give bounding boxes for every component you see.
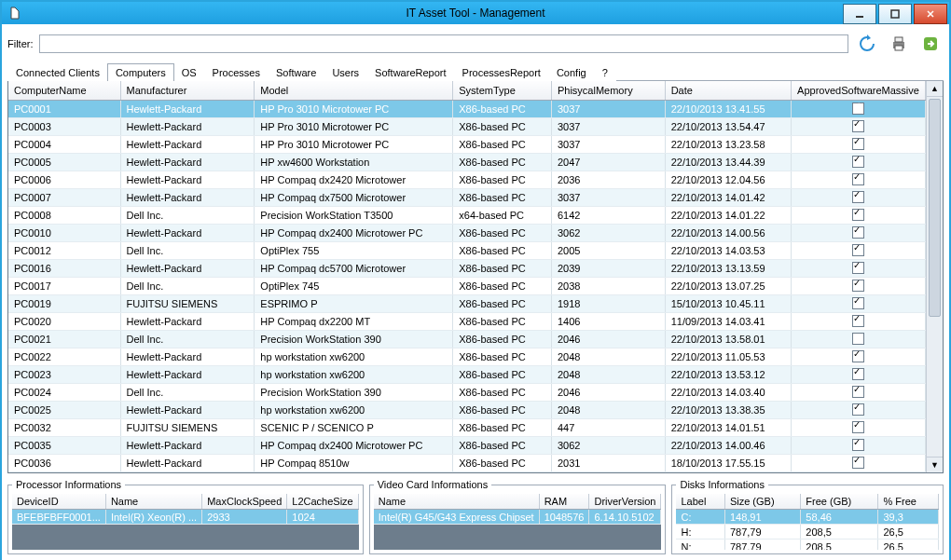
approved-checkbox[interactable] [852,102,864,115]
refresh-button[interactable] [854,31,880,57]
column-header[interactable]: Name [105,494,201,510]
approved-checkbox[interactable] [852,350,864,362]
column-header[interactable]: SystemType [453,81,552,101]
column-header[interactable]: DeviceID [12,494,105,510]
approved-checkbox[interactable] [852,457,864,469]
disks-panel: Disks Informations LabelSize (GB)Free (G… [671,479,944,554]
processor-panel: Processor Informations DeviceIDNameMaxCl… [7,479,364,554]
scroll-thumb[interactable] [929,99,941,317]
print-icon [889,34,908,53]
approved-checkbox[interactable] [852,156,864,168]
column-header[interactable]: Label [676,494,724,510]
column-header[interactable]: Size (GB) [724,494,800,510]
tab-processes[interactable]: Processes [204,63,269,81]
tab-computers[interactable]: Computers [107,63,174,81]
column-header[interactable]: Name [374,494,539,510]
table-row[interactable]: PC0021Dell Inc.Precision WorkStation 390… [8,331,926,348]
table-row[interactable]: PC0024Dell Inc.Precision WorkStation 390… [8,384,926,402]
filter-label: Filter: [7,38,34,49]
table-row[interactable]: PC0006Hewlett-PackardHP Compaq dx2420 Mi… [8,171,926,189]
video-panel-title: Video Card Informations [374,479,491,490]
refresh-icon [858,34,876,53]
svg-rect-4 [895,46,903,50]
tab-strip: Connected ClientsComputersOSProcessesSof… [7,62,944,81]
table-row[interactable]: Intel(R) G45/G43 Express Chipset10485766… [374,510,661,525]
titlebar[interactable]: IT Asset Tool - Management [2,2,949,24]
approved-checkbox[interactable] [852,297,864,309]
table-row[interactable]: PC0016Hewlett-PackardHP Compaq dc5700 Mi… [8,260,926,278]
table-row[interactable]: PC0025Hewlett-Packardhp workstation xw62… [8,402,926,419]
tab-software[interactable]: Software [268,63,324,81]
approved-checkbox[interactable] [852,386,864,398]
tab-connected-clients[interactable]: Connected Clients [7,63,108,81]
table-row[interactable]: PC0017Dell Inc.OptiPlex 745X86-based PC2… [8,278,926,295]
table-row[interactable]: PC0036Hewlett-PackardHP Compaq 8510wX86-… [8,455,926,472]
table-row[interactable]: PC0010Hewlett-PackardHP Compaq dx2400 Mi… [8,225,926,242]
svg-rect-3 [895,37,903,42]
approved-checkbox[interactable] [852,280,864,292]
approved-checkbox[interactable] [852,421,864,433]
table-row[interactable]: H:787,79208,526,5 [676,525,938,540]
approved-checkbox[interactable] [852,439,864,451]
approved-checkbox[interactable] [852,191,864,203]
column-header[interactable]: PhisycalMemory [551,81,665,101]
table-row[interactable]: N:787,79208,526,5 [676,540,938,551]
app-window: IT Asset Tool - Management Filter: Conne… [0,0,951,560]
scroll-down-arrow[interactable]: ▼ [927,457,943,472]
table-row[interactable]: PC0020Hewlett-PackardHP Compaq dx2200 MT… [8,313,926,331]
approved-checkbox[interactable] [852,209,864,221]
video-panel: Video Card Informations NameRAMDriverVer… [369,479,667,554]
filter-row: Filter: [7,31,944,57]
tab-softwarereport[interactable]: SoftwareReport [366,63,454,81]
table-row[interactable]: PC0022Hewlett-Packardhp workstation xw62… [8,348,926,366]
column-header[interactable]: DriverVersion [589,494,661,510]
column-header[interactable]: Manufacturer [120,81,255,101]
column-header[interactable]: L2CacheSize [287,494,358,510]
vertical-scrollbar[interactable]: ▲ ▼ [926,81,943,472]
approved-checkbox[interactable] [852,226,864,239]
approved-checkbox[interactable] [852,403,864,416]
approved-checkbox[interactable] [852,262,864,274]
table-row[interactable]: PC0035Hewlett-PackardHP Compaq dx2400 Mi… [8,437,926,455]
approved-checkbox[interactable] [852,315,864,327]
tab-config[interactable]: Config [548,63,595,81]
filter-input[interactable] [39,34,849,53]
tab--[interactable]: ? [594,63,616,81]
column-header[interactable]: % Free [878,494,939,510]
table-row[interactable]: PC0005Hewlett-PackardHP xw4600 Workstati… [8,154,926,171]
table-row[interactable]: C:148,9158,4639,3 [676,510,938,525]
table-row[interactable]: PC0023Hewlett-Packardhp workstation xw62… [8,366,926,384]
export-button[interactable] [917,31,944,57]
processor-panel-title: Processor Informations [12,479,125,490]
approved-checkbox[interactable] [852,173,864,185]
table-row[interactable]: PC0012Dell Inc.OptiPlex 755X86-based PC2… [8,242,926,260]
column-header[interactable]: MaxClockSpeed [202,494,287,510]
column-header[interactable]: Date [665,81,791,101]
table-row[interactable]: PC0008Dell Inc.Precision WorkStation T35… [8,207,926,225]
tab-os[interactable]: OS [173,63,205,81]
window-title: IT Asset Tool - Management [2,7,949,20]
column-header[interactable]: ComputerName [8,81,120,101]
tab-processesreport[interactable]: ProcessesReport [454,63,549,81]
approved-checkbox[interactable] [852,138,864,150]
print-button[interactable] [886,31,912,57]
table-row[interactable]: PC0032FUJITSU SIEMENSSCENIC P / SCENICO … [8,419,926,437]
table-row[interactable]: PC0007Hewlett-PackardHP Compaq dx7500 Mi… [8,189,926,207]
approved-checkbox[interactable] [852,120,864,132]
approved-checkbox[interactable] [852,368,864,380]
main-grid: ComputerNameManufacturerModelSystemTypeP… [7,81,944,473]
table-row[interactable]: PC0001Hewlett-PackardHP Pro 3010 Microto… [8,101,926,118]
column-header[interactable]: RAM [539,494,589,510]
table-row[interactable]: PC0003Hewlett-PackardHP Pro 3010 Microto… [8,118,926,136]
approved-checkbox[interactable] [852,244,864,256]
table-row[interactable]: PC0019FUJITSU SIEMENSESPRIMO PX86-based … [8,295,926,313]
column-header[interactable]: Free (GB) [801,494,878,510]
table-row[interactable]: PC0004Hewlett-PackardHP Pro 3010 Microto… [8,136,926,154]
scroll-up-arrow[interactable]: ▲ [927,81,943,97]
tab-users[interactable]: Users [324,63,367,81]
approved-checkbox[interactable] [852,333,864,345]
column-header[interactable]: Model [255,81,453,101]
export-icon [921,34,940,53]
table-row[interactable]: BFEBFBFF0001...Intel(R) Xeon(R) ...29331… [12,510,358,525]
column-header[interactable]: ApprovedSoftwareMassive [792,81,926,101]
